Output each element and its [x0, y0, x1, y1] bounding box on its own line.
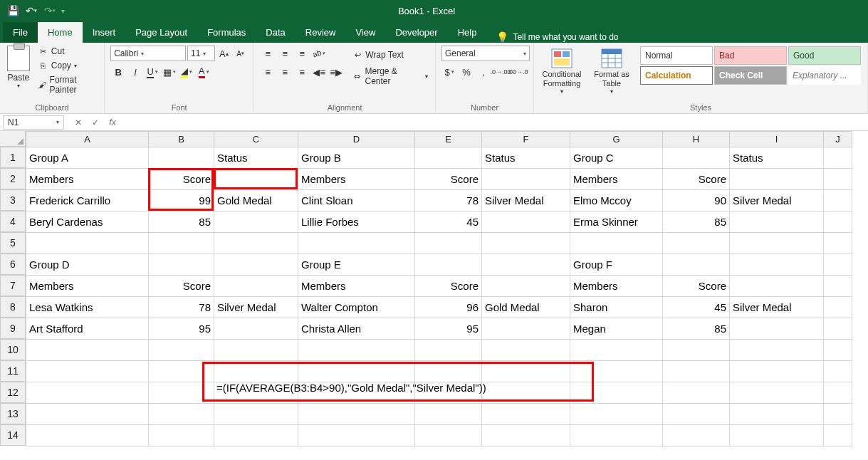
cell-I9[interactable]	[730, 318, 824, 340]
cell-E2[interactable]: Score	[415, 169, 482, 190]
cell-B9[interactable]: 95	[149, 318, 214, 340]
align-top-button[interactable]: ≡	[260, 46, 276, 61]
align-left-button[interactable]: ≡	[260, 64, 276, 80]
cell-J12[interactable]	[824, 382, 852, 404]
qat-dropdown-icon[interactable]: ▾	[61, 7, 65, 15]
tab-help[interactable]: Help	[448, 22, 487, 43]
align-middle-button[interactable]: ≡	[277, 46, 293, 61]
cell-A13[interactable]	[26, 404, 149, 425]
cell-J1[interactable]	[824, 147, 852, 169]
bold-button[interactable]: B	[110, 64, 126, 80]
format-as-table-button[interactable]: Format as Table▾	[590, 46, 634, 97]
borders-button[interactable]: ▦▾	[162, 64, 177, 80]
cell-C10[interactable]	[214, 340, 298, 361]
tab-data[interactable]: Data	[256, 22, 295, 43]
cell-A2[interactable]: Members	[26, 169, 149, 190]
cell-A4[interactable]: Beryl Cardenas	[26, 211, 149, 233]
cell-F11[interactable]	[482, 361, 570, 382]
redo-icon[interactable]: ↷▾	[43, 4, 57, 18]
style-explanatory[interactable]: Explanatory ...	[788, 66, 861, 85]
row-header-8[interactable]: 8	[0, 296, 26, 318]
cell-G3[interactable]: Elmo Mccoy	[570, 190, 663, 211]
select-all-corner[interactable]	[0, 131, 26, 147]
row-header-2[interactable]: 2	[0, 168, 26, 189]
cell-B10[interactable]	[149, 340, 214, 361]
merge-center-button[interactable]: ⇔ Merge & Center ▾	[351, 67, 429, 85]
cell-J9[interactable]	[824, 318, 852, 340]
cell-H2[interactable]: Score	[663, 169, 730, 190]
cell-F4[interactable]	[482, 211, 570, 233]
cell-B13[interactable]	[149, 404, 214, 425]
cell-D1[interactable]: Group B	[298, 147, 415, 169]
col-header-F[interactable]: F	[482, 132, 570, 147]
cell-H7[interactable]: Score	[663, 276, 730, 297]
cell-E6[interactable]	[415, 254, 482, 276]
cell-C3[interactable]: Gold Medal	[214, 190, 298, 211]
name-box[interactable]: N1▾	[3, 115, 64, 130]
cell-C7[interactable]	[214, 276, 298, 297]
cell-A3[interactable]: Frederick Carrillo	[26, 190, 149, 211]
cell-C13[interactable]	[214, 404, 298, 425]
cell-G5[interactable]	[570, 233, 663, 254]
row-header-13[interactable]: 13	[0, 403, 26, 424]
cell-C6[interactable]	[214, 254, 298, 276]
cell-E9[interactable]: 95	[415, 318, 482, 340]
cell-B5[interactable]	[149, 233, 214, 254]
formula-bar-input[interactable]	[124, 115, 868, 130]
cell-I4[interactable]	[730, 211, 824, 233]
tab-insert[interactable]: Insert	[83, 22, 126, 43]
cell-A12[interactable]	[26, 382, 149, 404]
row-header-9[interactable]: 9	[0, 318, 26, 339]
fill-color-button[interactable]: ◢▾	[179, 64, 194, 80]
row-header-14[interactable]: 14	[0, 424, 26, 446]
cell-J2[interactable]	[824, 169, 852, 190]
style-calculation[interactable]: Calculation	[640, 66, 713, 85]
cell-D11[interactable]	[298, 361, 415, 382]
cell-A10[interactable]	[26, 340, 149, 361]
cell-A1[interactable]: Group A	[26, 147, 149, 169]
cell-F14[interactable]	[482, 425, 570, 446]
cell-H9[interactable]: 85	[663, 318, 730, 340]
paste-button[interactable]: Paste ▾	[6, 46, 31, 95]
cell-I11[interactable]	[730, 361, 824, 382]
cell-A6[interactable]: Group D	[26, 254, 149, 276]
cell-F5[interactable]	[482, 233, 570, 254]
cell-G12[interactable]	[570, 382, 663, 404]
col-header-B[interactable]: B	[149, 132, 214, 147]
cell-A7[interactable]: Members	[26, 276, 149, 297]
font-name-combo[interactable]: Calibri▾	[110, 46, 186, 61]
cell-H14[interactable]	[663, 425, 730, 446]
cell-D4[interactable]: Lillie Forbes	[298, 211, 415, 233]
cell-E7[interactable]: Score	[415, 276, 482, 297]
undo-icon[interactable]: ↶▾	[24, 4, 38, 18]
orientation-button[interactable]: ab▾	[311, 46, 327, 61]
italic-button[interactable]: I	[127, 64, 143, 80]
cell-I2[interactable]	[730, 169, 824, 190]
style-normal[interactable]: Normal	[640, 46, 713, 65]
format-painter-button[interactable]: 🖌 Format Painter	[37, 74, 98, 95]
cell-F6[interactable]	[482, 254, 570, 276]
cell-G7[interactable]: Members	[570, 276, 663, 297]
cell-E11[interactable]	[415, 361, 482, 382]
cell-D5[interactable]	[298, 233, 415, 254]
decrease-font-button[interactable]: A▾	[233, 46, 248, 61]
cell-F9[interactable]	[482, 318, 570, 340]
cell-E8[interactable]: 96	[415, 297, 482, 318]
insert-function-button[interactable]: fx	[105, 115, 120, 130]
cell-F10[interactable]	[482, 340, 570, 361]
cell-G4[interactable]: Erma Skinner	[570, 211, 663, 233]
cell-J11[interactable]	[824, 361, 852, 382]
cell-B8[interactable]: 78	[149, 297, 214, 318]
cell-F1[interactable]: Status	[482, 147, 570, 169]
cell-C11[interactable]	[214, 361, 298, 382]
percent-button[interactable]: %	[459, 64, 474, 80]
cell-G6[interactable]: Group F	[570, 254, 663, 276]
col-header-C[interactable]: C	[214, 132, 298, 147]
enter-formula-button[interactable]: ✓	[88, 115, 103, 130]
cell-styles-gallery[interactable]: Normal Bad Good Calculation Check Cell E…	[639, 46, 862, 97]
cell-A8[interactable]: Lesa Watkins	[26, 297, 149, 318]
cell-E14[interactable]	[415, 425, 482, 446]
cell-H3[interactable]: 90	[663, 190, 730, 211]
cell-B2[interactable]: Score	[149, 169, 214, 190]
cell-H13[interactable]	[663, 404, 730, 425]
